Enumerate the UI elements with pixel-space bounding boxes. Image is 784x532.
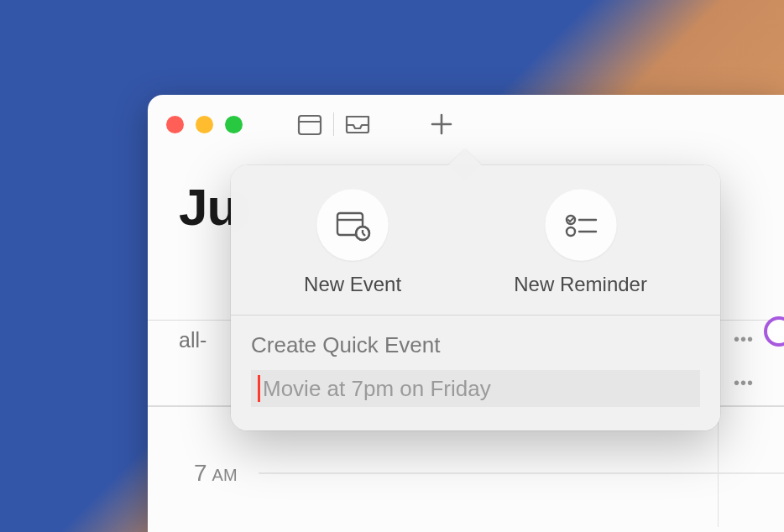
titlebar <box>148 95 784 154</box>
window-zoom-button[interactable] <box>225 116 243 133</box>
event-ellipsis[interactable]: ••• <box>732 327 755 351</box>
svg-point-12 <box>567 227 575 236</box>
hour-number: 7 <box>194 460 207 487</box>
reminder-list-icon <box>562 210 599 240</box>
add-button[interactable] <box>418 109 465 139</box>
new-reminder-icon-circle <box>545 189 617 261</box>
window-minimize-button[interactable] <box>196 116 213 133</box>
allday-label: all- <box>179 328 206 352</box>
inbox-button[interactable] <box>334 109 381 139</box>
event-ellipsis-2[interactable]: ••• <box>732 371 755 394</box>
toolbar <box>286 109 465 139</box>
svg-rect-0 <box>299 116 321 134</box>
quick-event-label: Create Quick Event <box>251 332 700 358</box>
new-reminder-button[interactable]: New Reminder <box>514 189 647 296</box>
plus-icon <box>431 113 452 135</box>
new-event-button[interactable]: New Event <box>304 189 401 296</box>
window-controls <box>166 116 243 133</box>
inbox-icon <box>344 113 371 135</box>
quick-event-input[interactable] <box>251 370 700 407</box>
quick-event-section: Create Quick Event <box>231 316 720 430</box>
hour-ampm: AM <box>212 466 238 485</box>
window-close-button[interactable] <box>166 116 184 133</box>
calendar-clock-icon <box>334 208 371 242</box>
hour-gridline <box>259 472 784 474</box>
text-cursor <box>258 375 260 402</box>
add-popover: New Event New Reminder Create Quick Even… <box>231 165 720 430</box>
new-event-label: New Event <box>304 273 401 296</box>
new-event-icon-circle <box>316 189 389 261</box>
calendar-icon <box>297 112 322 136</box>
event-indicator-ring[interactable] <box>764 316 784 347</box>
month-title: Ju <box>179 177 238 237</box>
quick-event-input-wrap <box>251 370 700 407</box>
new-reminder-label: New Reminder <box>514 273 647 296</box>
calendars-button[interactable] <box>286 109 333 139</box>
popover-options: New Event New Reminder <box>231 165 720 315</box>
